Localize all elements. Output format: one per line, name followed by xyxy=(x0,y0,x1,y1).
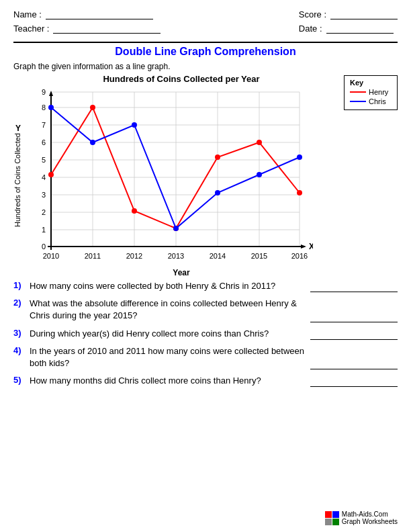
q3-number: 3) xyxy=(13,328,28,338)
question-3: 3) During which year(s) did Henry collec… xyxy=(13,328,398,340)
question-2: 2) What was the absolute difference in c… xyxy=(13,298,398,322)
question-5: 5) How many months did Chris collect mor… xyxy=(13,375,398,387)
question-4: 4) In the years of 2010 and 2011 how man… xyxy=(13,345,398,369)
y-axis-letter: Y xyxy=(15,124,21,133)
chris-dot-2015 xyxy=(257,172,262,177)
chris-dot-2013 xyxy=(173,226,179,231)
svg-text:1: 1 xyxy=(42,226,46,234)
henry-dot-2014 xyxy=(215,154,220,160)
q3-text: During which year(s) did Henry collect m… xyxy=(30,328,305,340)
header-divider xyxy=(13,42,398,43)
question-1: 1) How many coins were collected by both… xyxy=(13,280,398,292)
name-label: Name : xyxy=(13,9,42,19)
date-input-line[interactable] xyxy=(326,24,394,34)
svg-text:8: 8 xyxy=(42,103,46,112)
logo-grid xyxy=(325,511,339,525)
questions-section: 1) How many coins were collected by both… xyxy=(13,280,398,508)
teacher-input-line[interactable] xyxy=(53,24,161,34)
henry-dot-2012 xyxy=(132,208,137,214)
svg-text:2016: 2016 xyxy=(291,252,308,260)
svg-text:2012: 2012 xyxy=(126,252,142,260)
svg-text:4: 4 xyxy=(42,173,46,181)
key-henry-item: Henry xyxy=(350,88,392,96)
date-label: Date : xyxy=(299,24,322,34)
x-arrow xyxy=(301,245,306,249)
svg-text:2015: 2015 xyxy=(251,252,267,260)
svg-text:0: 0 xyxy=(42,242,46,251)
svg-text:9: 9 xyxy=(42,88,46,96)
logo-cell-gray xyxy=(325,519,332,525)
logo-text: Math-Aids.Com Graph Worksheets xyxy=(342,511,398,525)
henry-dot-2015 xyxy=(257,140,262,145)
key-henry-label: Henry xyxy=(369,88,388,96)
svg-text:7: 7 xyxy=(42,121,46,129)
svg-text:5: 5 xyxy=(42,156,46,164)
q3-answer-line[interactable] xyxy=(310,330,398,340)
name-input-line[interactable] xyxy=(46,10,153,19)
instruction-text: Graph the given information as a line gr… xyxy=(13,62,338,71)
q2-number: 2) xyxy=(13,298,28,308)
svg-text:2011: 2011 xyxy=(85,252,101,260)
footer-subtitle: Graph Worksheets xyxy=(342,518,398,525)
q2-text: What was the absolute difference in coin… xyxy=(30,298,305,322)
svg-text:2014: 2014 xyxy=(210,252,226,260)
logo-cell-red xyxy=(325,511,332,518)
q2-answer-line[interactable] xyxy=(310,313,398,322)
key-chris-label: Chris xyxy=(369,97,386,105)
q4-number: 4) xyxy=(13,345,28,355)
chris-dot-2012 xyxy=(132,122,137,128)
q5-answer-line[interactable] xyxy=(310,378,398,387)
chris-dot-2011 xyxy=(90,140,95,145)
svg-text:2: 2 xyxy=(42,208,46,216)
henry-dot-2010 xyxy=(48,172,54,177)
svg-text:3: 3 xyxy=(42,191,46,199)
score-label: Score : xyxy=(299,9,326,19)
svg-text:X: X xyxy=(309,242,313,251)
footer: Math-Aids.Com Graph Worksheets xyxy=(13,511,398,525)
henry-dot-2016 xyxy=(297,190,302,195)
math-aids-logo: Math-Aids.Com Graph Worksheets xyxy=(325,511,398,525)
henry-line xyxy=(51,107,300,228)
page-title: Double Line Graph Comprehension xyxy=(13,46,398,58)
y-axis-label: Hundreds of Coins Collected xyxy=(13,133,21,227)
q1-answer-line[interactable] xyxy=(310,283,398,292)
key-chris-line xyxy=(350,101,366,102)
footer-site: Math-Aids.Com xyxy=(342,511,398,518)
henry-dot-2011 xyxy=(90,105,95,110)
chris-dot-2014 xyxy=(215,190,220,195)
score-input-line[interactable] xyxy=(330,10,398,19)
chris-dot-2010 xyxy=(48,105,54,110)
x-axis-label: Year xyxy=(24,268,338,277)
svg-text:2010: 2010 xyxy=(43,252,59,260)
key-box: Key Henry Chris xyxy=(344,75,398,110)
chart-svg: 0 1 2 3 4 5 6 7 8 9 2010 2011 2012 xyxy=(24,85,313,267)
q5-number: 5) xyxy=(13,375,28,385)
logo-cell-green xyxy=(332,519,339,525)
chris-line xyxy=(51,107,300,228)
key-chris-item: Chris xyxy=(350,97,392,105)
chart-title: Hundreds of Coins Collected per Year xyxy=(24,74,338,84)
svg-text:6: 6 xyxy=(42,138,46,146)
chris-dot-2016 xyxy=(297,154,302,160)
y-arrow xyxy=(49,91,53,96)
svg-text:2013: 2013 xyxy=(168,252,184,260)
teacher-label: Teacher : xyxy=(13,24,49,34)
q4-text: In the years of 2010 and 2011 how many c… xyxy=(30,345,305,369)
q4-answer-line[interactable] xyxy=(310,360,398,369)
key-title: Key xyxy=(350,79,392,87)
q5-text: How many months did Chris collect more c… xyxy=(30,375,305,387)
logo-cell-blue xyxy=(332,511,339,518)
q1-number: 1) xyxy=(13,280,28,290)
q1-text: How many coins were collected by both He… xyxy=(30,280,305,292)
key-henry-line xyxy=(350,91,366,93)
